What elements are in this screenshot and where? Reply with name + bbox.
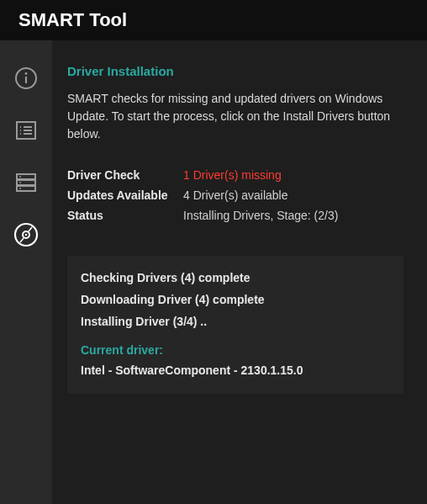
status-row-driver-check: Driver Check 1 Driver(s) missing: [67, 168, 403, 182]
sidebar: [0, 40, 52, 504]
progress-installing: Installing Driver (3/4) ..: [81, 315, 390, 328]
body: Driver Installation SMART checks for mis…: [0, 40, 427, 504]
info-icon: [13, 66, 39, 94]
svg-point-1: [25, 72, 28, 75]
status-value: Installing Drivers, Stage: (2/3): [183, 209, 338, 222]
progress-checking: Checking Drivers (4) complete: [81, 271, 390, 284]
disc-icon: [13, 221, 40, 252]
status-table: Driver Check 1 Driver(s) missing Updates…: [67, 168, 403, 222]
status-label: Status: [67, 209, 183, 222]
driver-check-label: Driver Check: [67, 168, 183, 182]
sidebar-item-drivers[interactable]: [12, 222, 40, 251]
list-icon: [13, 118, 39, 146]
current-driver-value: Intel - SoftwareComponent - 2130.1.15.0: [81, 363, 390, 377]
svg-point-13: [19, 176, 21, 178]
sidebar-item-storage[interactable]: [12, 170, 40, 199]
sidebar-item-info[interactable]: [12, 66, 40, 94]
current-driver-label: Current driver:: [81, 343, 390, 357]
svg-point-15: [19, 188, 21, 189]
driver-check-value: 1 Driver(s) missing: [183, 168, 282, 182]
svg-point-14: [19, 182, 21, 183]
updates-label: Updates Available: [67, 188, 183, 202]
svg-line-19: [29, 227, 32, 231]
section-title: Driver Installation: [67, 64, 403, 78]
svg-line-20: [20, 238, 24, 242]
titlebar: SMART Tool: [0, 0, 427, 40]
svg-point-18: [25, 234, 28, 236]
progress-downloading: Downloading Driver (4) complete: [81, 293, 390, 306]
storage-icon: [13, 170, 39, 199]
status-row-status: Status Installing Drivers, Stage: (2/3): [67, 209, 403, 222]
progress-block: Checking Drivers (4) complete Downloadin…: [67, 256, 403, 394]
sidebar-item-list[interactable]: [12, 118, 40, 146]
updates-value: 4 Driver(s) available: [183, 188, 287, 202]
main-content: Driver Installation SMART checks for mis…: [52, 40, 427, 504]
status-row-updates: Updates Available 4 Driver(s) available: [67, 188, 403, 202]
app-title: SMART Tool: [18, 9, 127, 31]
description-text: SMART checks for missing and updated dri…: [67, 90, 403, 143]
